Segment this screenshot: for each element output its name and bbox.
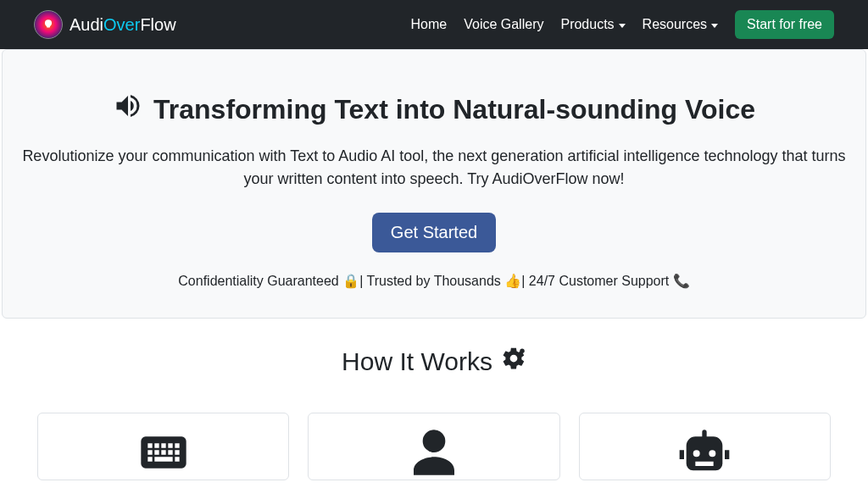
get-started-button[interactable]: Get Started xyxy=(372,213,496,252)
brand-text: AudiOverFlow xyxy=(70,15,176,35)
nav-products[interactable]: Products xyxy=(560,17,625,32)
robot-icon xyxy=(677,425,732,483)
cogs-icon xyxy=(501,346,526,377)
card-user xyxy=(308,413,559,480)
nav-resources[interactable]: Resources xyxy=(643,17,718,32)
how-cards xyxy=(0,377,868,480)
chevron-down-icon xyxy=(619,24,626,28)
chevron-down-icon xyxy=(711,24,718,28)
svg-point-0 xyxy=(520,349,525,354)
brand[interactable]: AudiOverFlow xyxy=(34,10,176,39)
keyboard-icon xyxy=(136,425,191,483)
how-title-text: How It Works xyxy=(342,347,492,376)
hero: Transforming Text into Natural-sounding … xyxy=(2,49,866,319)
card-keyboard xyxy=(37,413,289,480)
nav-right: Home Voice Gallery Products Resources St… xyxy=(411,10,835,39)
start-for-free-button[interactable]: Start for free xyxy=(735,10,834,39)
nav-home[interactable]: Home xyxy=(411,17,448,32)
card-robot xyxy=(579,413,831,480)
brand-logo-icon xyxy=(34,10,63,39)
hero-title: Transforming Text into Natural-sounding … xyxy=(18,91,850,128)
nav-voice-gallery[interactable]: Voice Gallery xyxy=(464,17,543,32)
nav-products-label: Products xyxy=(560,17,614,32)
hero-trust-line: Confidentiality Guaranteed 🔒| Trusted by… xyxy=(18,273,850,289)
how-it-works-title: How It Works xyxy=(0,346,868,377)
navbar: AudiOverFlow Home Voice Gallery Products… xyxy=(0,0,868,49)
hero-subtitle: Revolutionize your communication with Te… xyxy=(18,145,850,191)
volume-up-icon xyxy=(113,91,143,128)
nav-resources-label: Resources xyxy=(643,17,707,32)
user-icon xyxy=(407,425,461,483)
hero-title-text: Transforming Text into Natural-sounding … xyxy=(153,94,755,125)
